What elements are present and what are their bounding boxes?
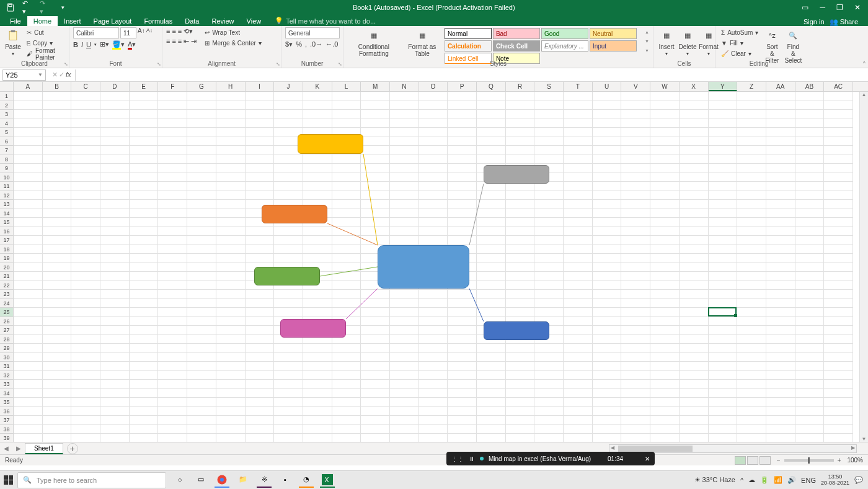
cell[interactable] <box>216 362 246 371</box>
cell[interactable] <box>14 362 43 371</box>
cell[interactable] <box>650 209 680 218</box>
cell[interactable] <box>477 416 506 425</box>
cell[interactable] <box>14 263 43 272</box>
cell[interactable] <box>71 119 100 128</box>
cell[interactable] <box>448 92 477 101</box>
cell[interactable] <box>158 434 187 442</box>
cell[interactable] <box>130 155 159 164</box>
cell[interactable] <box>158 272 187 281</box>
cell[interactable] <box>100 200 130 209</box>
cell[interactable] <box>621 191 650 200</box>
cell[interactable] <box>448 398 477 407</box>
cell[interactable] <box>43 326 72 335</box>
cell[interactable] <box>534 218 564 227</box>
cell[interactable] <box>593 335 622 344</box>
row-header[interactable]: 2 <box>0 101 14 110</box>
cell[interactable] <box>593 164 622 173</box>
cell[interactable] <box>534 380 564 389</box>
cell[interactable] <box>14 164 43 173</box>
cell[interactable] <box>564 146 593 155</box>
row-header[interactable]: 21 <box>0 272 14 281</box>
cell[interactable] <box>795 227 825 236</box>
cell[interactable] <box>419 398 448 407</box>
cell[interactable] <box>709 380 738 389</box>
cell[interactable] <box>766 371 795 380</box>
row-header[interactable]: 23 <box>0 290 14 299</box>
col-header-R[interactable]: R <box>506 82 535 91</box>
cell[interactable] <box>419 110 448 119</box>
cell[interactable] <box>593 137 622 146</box>
cell[interactable] <box>766 92 795 101</box>
cell[interactable] <box>680 353 709 362</box>
cell[interactable] <box>100 434 130 442</box>
cell[interactable] <box>621 182 650 191</box>
select-all-corner[interactable] <box>0 82 14 91</box>
cell[interactable] <box>766 407 795 416</box>
wrap-text-button[interactable]: ↩ Wrap Text <box>203 27 264 38</box>
cell[interactable] <box>737 101 766 110</box>
cell[interactable] <box>390 416 419 425</box>
cell[interactable] <box>71 407 100 416</box>
cell[interactable] <box>187 245 216 254</box>
cell[interactable] <box>71 281 100 290</box>
notif-close-icon[interactable]: ✕ <box>645 455 650 462</box>
cell[interactable] <box>709 434 738 442</box>
cell[interactable] <box>448 389 477 398</box>
cell[interactable] <box>390 362 419 371</box>
cell[interactable] <box>158 290 187 299</box>
cell[interactable] <box>361 335 390 344</box>
cell[interactable] <box>216 272 246 281</box>
align-middle-icon[interactable]: ≡ <box>172 27 175 35</box>
cell[interactable] <box>43 119 72 128</box>
cell[interactable] <box>593 389 622 398</box>
cell[interactable] <box>332 299 361 308</box>
cell[interactable] <box>14 335 43 344</box>
cell[interactable] <box>477 425 506 434</box>
cell[interactable] <box>737 218 766 227</box>
cell[interactable] <box>332 416 361 425</box>
cell[interactable] <box>709 344 738 353</box>
cell[interactable] <box>709 227 738 236</box>
cell[interactable] <box>187 191 216 200</box>
cell[interactable] <box>100 326 130 335</box>
cell[interactable] <box>100 353 130 362</box>
cell[interactable] <box>737 299 766 308</box>
weather-widget[interactable]: ☀ 33°C Haze <box>694 476 735 484</box>
tab-formulas[interactable]: Formulas <box>138 16 179 26</box>
col-header-T[interactable]: T <box>564 82 593 91</box>
cell[interactable] <box>448 317 477 326</box>
cell[interactable] <box>506 218 535 227</box>
merge-center-button[interactable]: ⊞ Merge & Center ▾ <box>203 38 264 48</box>
row-header[interactable]: 19 <box>0 254 14 263</box>
cell[interactable] <box>303 380 332 389</box>
col-header-B[interactable]: B <box>43 82 72 91</box>
shape-gray[interactable] <box>484 165 549 184</box>
cell[interactable] <box>43 191 72 200</box>
cell[interactable] <box>766 317 795 326</box>
cell[interactable] <box>71 146 100 155</box>
cell[interactable] <box>477 218 506 227</box>
cell[interactable] <box>130 245 159 254</box>
cell[interactable] <box>187 137 216 146</box>
cell[interactable] <box>187 263 216 272</box>
cell[interactable] <box>824 326 853 335</box>
cell[interactable] <box>390 119 419 128</box>
cell[interactable] <box>274 416 303 425</box>
zoom-slider[interactable] <box>784 459 834 462</box>
close-icon[interactable]: ✕ <box>854 3 861 12</box>
cell[interactable] <box>274 155 303 164</box>
cell[interactable] <box>43 362 72 371</box>
cell[interactable] <box>216 137 246 146</box>
cell[interactable] <box>593 344 622 353</box>
cell[interactable] <box>332 119 361 128</box>
cell[interactable] <box>650 335 680 344</box>
cell[interactable] <box>766 326 795 335</box>
cell[interactable] <box>737 245 766 254</box>
cell[interactable] <box>737 128 766 137</box>
cell[interactable] <box>737 308 766 317</box>
cell[interactable] <box>564 92 593 101</box>
cell[interactable] <box>216 299 246 308</box>
cell[interactable] <box>361 92 390 101</box>
cell[interactable] <box>246 290 275 299</box>
cell[interactable] <box>534 92 564 101</box>
